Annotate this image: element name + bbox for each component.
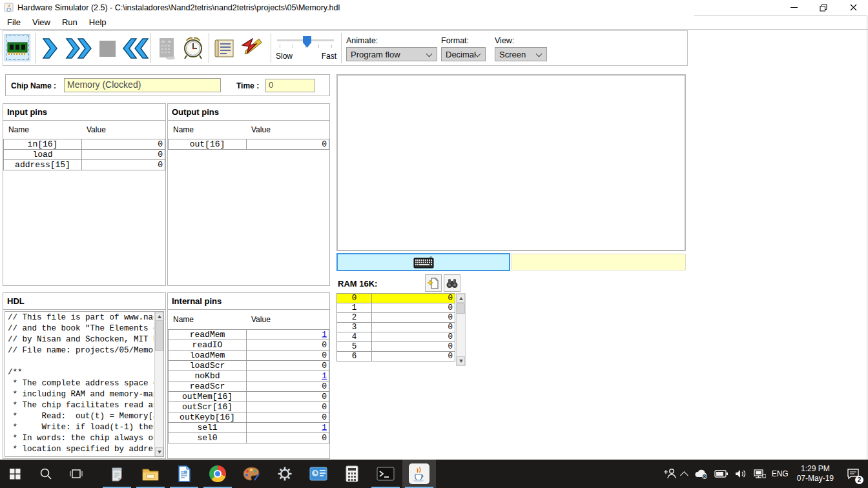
- format-select[interactable]: Decimal: [441, 47, 486, 61]
- menu-view[interactable]: View: [26, 15, 56, 29]
- taskbar-command-prompt[interactable]: [369, 460, 402, 488]
- time-field: 0: [265, 79, 315, 92]
- pin-row: noKbd 1: [168, 371, 329, 381]
- hdl-code-view[interactable]: // This file is part of www.nand // and …: [5, 311, 164, 457]
- task-view-button[interactable]: [61, 460, 91, 488]
- hdl-line: // and the book "The Elements of: [8, 324, 154, 335]
- chevron-down-icon: [426, 51, 433, 57]
- menu-file[interactable]: File: [1, 15, 26, 29]
- speed-slider[interactable]: Slow Fast: [276, 36, 336, 63]
- taskbar: ENG 1:29 PM 07-May-19 2: [0, 460, 868, 488]
- name-column-header: Name: [168, 125, 246, 134]
- taskbar-calculator[interactable]: [335, 460, 369, 488]
- find-button[interactable]: [444, 274, 460, 292]
- pin-name: sel0: [168, 432, 246, 443]
- pin-value: 0: [246, 139, 329, 150]
- pin-value[interactable]: 0: [81, 159, 165, 170]
- taskbar-settings[interactable]: [268, 460, 302, 488]
- ram-value[interactable]: 0: [371, 351, 455, 361]
- calculator-icon: [346, 465, 358, 482]
- action-center-button[interactable]: 2: [842, 460, 864, 488]
- pin-value: 0: [246, 432, 329, 443]
- notification-badge: 2: [855, 476, 863, 484]
- pin-row: loadMem 0: [168, 350, 329, 361]
- ram-value[interactable]: 0: [371, 303, 455, 313]
- view-select[interactable]: Screen: [495, 47, 547, 61]
- hdl-line: * into the memory location spec: [8, 456, 154, 456]
- restore-button[interactable]: [809, 0, 838, 15]
- speaker-icon[interactable]: [734, 469, 747, 479]
- view-hdl-button[interactable]: [212, 36, 237, 61]
- ram-scrollbar[interactable]: [456, 293, 466, 366]
- close-button[interactable]: [838, 0, 868, 15]
- new-document-icon: [428, 277, 439, 290]
- clock-button[interactable]: [180, 34, 206, 63]
- pin-name: out[16]: [168, 139, 246, 150]
- ram-row: 3 0: [336, 322, 455, 332]
- pin-value[interactable]: 0: [81, 149, 165, 160]
- animate-select[interactable]: Program flow: [346, 47, 437, 61]
- menu-run[interactable]: Run: [56, 15, 83, 29]
- reset-button[interactable]: [121, 36, 150, 61]
- pin-row: outMem[16] 0: [168, 391, 329, 402]
- pin-name: readIO: [168, 340, 246, 351]
- start-button[interactable]: [0, 460, 30, 488]
- task-view-icon: [70, 469, 83, 479]
- onedrive-cloud-icon[interactable]: [694, 469, 708, 479]
- scroll-down-button[interactable]: [155, 447, 163, 456]
- window-title: Hardware Simulator (2.5) - C:\instalador…: [17, 3, 340, 12]
- people-icon[interactable]: [664, 468, 677, 480]
- language-indicator[interactable]: ENG: [772, 469, 789, 478]
- hdl-scrollbar[interactable]: [154, 312, 163, 456]
- ram-value[interactable]: 0: [371, 332, 455, 342]
- menu-help[interactable]: Help: [83, 15, 112, 29]
- taskbar-chrome[interactable]: [201, 460, 234, 488]
- scroll-up-button[interactable]: [155, 312, 163, 321]
- single-step-button[interactable]: [38, 36, 61, 61]
- taskbar-notepad[interactable]: [100, 460, 134, 488]
- network-icon[interactable]: [753, 469, 766, 479]
- java-app-icon: [4, 3, 14, 12]
- load-chip-button[interactable]: [5, 34, 30, 61]
- minimize-button[interactable]: [779, 0, 809, 15]
- ram-address: 2: [336, 312, 371, 323]
- taskbar-file-explorer[interactable]: [134, 460, 167, 488]
- hdl-line: // File name: projects/05/Memory: [8, 346, 154, 357]
- pin-row: outScr[16] 0: [168, 402, 329, 412]
- stop-button[interactable]: [96, 36, 119, 61]
- search-button[interactable]: [30, 460, 61, 488]
- alarm-clock-icon: [181, 36, 205, 61]
- binoculars-icon: [446, 278, 459, 289]
- ram-address: 6: [336, 351, 371, 361]
- breakpoints-button[interactable]: [238, 35, 265, 62]
- taskbar-system-monitor[interactable]: [302, 460, 335, 488]
- pin-value[interactable]: 0: [81, 139, 165, 150]
- show-hidden-icons-button[interactable]: [680, 471, 688, 480]
- taskbar-paint[interactable]: [234, 460, 268, 488]
- format-value: Decimal: [446, 50, 476, 59]
- toolbar-separator: [35, 33, 36, 63]
- ram-value[interactable]: 0: [371, 322, 455, 332]
- scroll-down-button[interactable]: [457, 356, 465, 365]
- pin-value: 0: [246, 360, 329, 371]
- ram-value[interactable]: 0: [371, 312, 455, 323]
- slider-thumb[interactable]: [303, 36, 311, 48]
- load-file-button[interactable]: [425, 274, 442, 292]
- animate-label: Animate:: [346, 36, 378, 45]
- desktop: Hardware Simulator (2.5) - C:\instalador…: [0, 0, 868, 488]
- clock[interactable]: 1:29 PM 07-May-19: [794, 464, 836, 483]
- keyboard-input-strip[interactable]: [336, 253, 510, 271]
- taskbar-writer[interactable]: [167, 460, 201, 488]
- ram-row: 4 0: [336, 332, 455, 342]
- scrollbar-thumb[interactable]: [155, 321, 163, 351]
- ram-value[interactable]: 0: [371, 293, 455, 303]
- scroll-up-button[interactable]: [457, 294, 465, 303]
- pin-name: address[15]: [3, 159, 81, 170]
- toolbar-separator: [271, 33, 271, 63]
- scrollbar-thumb[interactable]: [457, 303, 465, 314]
- run-button[interactable]: [64, 36, 94, 61]
- ram-value[interactable]: 0: [371, 341, 455, 352]
- pin-name: readScr: [168, 381, 246, 392]
- battery-icon[interactable]: [714, 469, 728, 478]
- taskbar-java-simulator[interactable]: [402, 460, 436, 488]
